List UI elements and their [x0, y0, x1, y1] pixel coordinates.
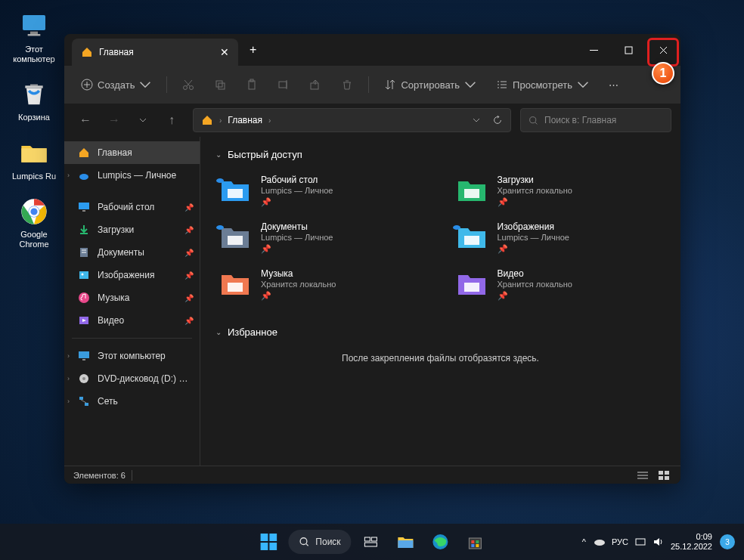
- pin-icon: 📌: [184, 203, 194, 212]
- icons-view-button[interactable]: [656, 469, 671, 481]
- pin-icon: 📌: [184, 317, 194, 325]
- windows-icon: [260, 534, 277, 550]
- svg-rect-69: [665, 471, 669, 475]
- chevron-down-icon: ⌄: [215, 328, 222, 336]
- sort-button[interactable]: Сортировать: [377, 72, 484, 97]
- desktop-icon-chrome[interactable]: GoogleChrome: [11, 196, 57, 249]
- create-button[interactable]: Создать: [73, 72, 159, 97]
- svg-rect-75: [269, 543, 277, 550]
- share-button[interactable]: [302, 72, 329, 97]
- refresh-icon[interactable]: [492, 115, 503, 125]
- quick-access-item[interactable]: Изображения Lumpics — Личное 📌: [452, 218, 666, 257]
- quick-access-item[interactable]: Рабочий стол Lumpics — Личное 📌: [215, 171, 429, 210]
- divider: [368, 76, 369, 93]
- sidebar-item-pictures[interactable]: Изображения 📌: [64, 264, 200, 286]
- chevron-down-icon[interactable]: [473, 118, 480, 122]
- sidebar-item-onedrive[interactable]: › Lumpics — Личное: [64, 164, 200, 187]
- sidebar-item-dvd[interactable]: › DVD-дисковод (D:) ESD-IS: [64, 367, 200, 390]
- cloud-badge-icon: [215, 175, 225, 184]
- new-tab-button[interactable]: +: [250, 43, 256, 57]
- section-header-quick-access[interactable]: ⌄ Быстрый доступ: [215, 149, 665, 160]
- svg-rect-34: [79, 203, 89, 209]
- svg-rect-70: [659, 476, 663, 480]
- notification-badge[interactable]: 3: [720, 534, 735, 549]
- search-icon: [299, 537, 309, 547]
- quick-access-item[interactable]: Видео Хранится локально 📌: [452, 265, 666, 304]
- svg-rect-22: [279, 82, 287, 88]
- forward-button[interactable]: →: [102, 108, 126, 132]
- taskbar-clock[interactable]: 0:09 25.12.2022: [671, 532, 712, 552]
- network-tray-icon[interactable]: [634, 537, 646, 547]
- chevron-right-icon[interactable]: ›: [67, 352, 70, 360]
- sidebar-item-this-pc[interactable]: › Этот компьютер: [64, 345, 200, 367]
- rename-button[interactable]: [270, 72, 297, 97]
- language-indicator[interactable]: РУС: [612, 537, 628, 546]
- cloud-icon: [78, 169, 90, 181]
- recent-button[interactable]: [131, 108, 155, 132]
- sidebar-item-downloads[interactable]: Загрузки 📌: [64, 218, 200, 241]
- desktop-icon-this-pc[interactable]: Этоткомпьютер: [11, 11, 57, 64]
- svg-point-76: [300, 538, 307, 545]
- sidebar-item-videos[interactable]: Видео 📌: [64, 309, 200, 332]
- titlebar[interactable]: Главная ✕ +: [64, 34, 680, 66]
- image-icon: [78, 269, 90, 281]
- svg-point-31: [530, 116, 536, 122]
- chevron-right-icon[interactable]: ›: [67, 172, 70, 179]
- window-body: Главная › Lumpics — Личное Рабочий стол …: [64, 137, 680, 466]
- quick-access-item[interactable]: Документы Lumpics — Личное 📌: [215, 218, 429, 257]
- desktop-icon-recycle-bin[interactable]: Корзина: [11, 79, 57, 122]
- details-view-button[interactable]: [635, 469, 650, 481]
- address-bar[interactable]: › Главная ›: [193, 108, 511, 132]
- quick-access-item[interactable]: Музыка Хранится локально 📌: [215, 265, 429, 304]
- sidebar-item-documents[interactable]: Документы 📌: [64, 241, 200, 264]
- more-button[interactable]: ⋯: [601, 72, 626, 97]
- taskbar-search[interactable]: Поиск: [288, 530, 351, 554]
- window-tab[interactable]: Главная ✕: [72, 39, 238, 66]
- start-button[interactable]: [253, 527, 284, 557]
- tray-chevron[interactable]: ^: [582, 537, 586, 546]
- sidebar-item-desktop[interactable]: Рабочий стол 📌: [64, 196, 200, 218]
- maximize-button[interactable]: [611, 34, 646, 66]
- desktop-icon-folder[interactable]: Lumpics Ru: [11, 138, 57, 181]
- sidebar-label: Главная: [98, 147, 132, 158]
- sidebar-item-music[interactable]: Музыка 📌: [64, 286, 200, 309]
- taskbar-store[interactable]: [460, 527, 491, 557]
- paste-icon: [246, 79, 258, 91]
- quick-access-item[interactable]: Загрузки Хранится локально 📌: [452, 171, 666, 210]
- taskbar-edge[interactable]: [426, 527, 456, 557]
- onedrive-tray-icon[interactable]: [594, 537, 606, 546]
- minimize-button[interactable]: [576, 34, 611, 66]
- delete-button[interactable]: [333, 72, 361, 97]
- paste-button[interactable]: [238, 72, 265, 97]
- section-header-favorites[interactable]: ⌄ Избранное: [215, 326, 665, 338]
- download-icon: [78, 224, 90, 236]
- chevron-down-icon: [464, 79, 476, 91]
- svg-rect-89: [636, 539, 645, 545]
- sidebar-item-home[interactable]: Главная: [64, 141, 200, 164]
- svg-rect-3: [25, 86, 42, 88]
- chevron-right-icon[interactable]: ›: [67, 398, 70, 405]
- chevron-right-icon: ›: [268, 116, 271, 125]
- sidebar-item-network[interactable]: › Сеть: [64, 390, 200, 413]
- copy-button[interactable]: [206, 72, 234, 97]
- sidebar-label: Рабочий стол: [98, 202, 154, 212]
- cut-button[interactable]: [175, 72, 202, 97]
- document-icon: [78, 246, 90, 258]
- breadcrumb-item[interactable]: Главная: [228, 115, 262, 125]
- navbar: ← → ↑ › Главная › Поиск в: Главная: [64, 104, 680, 137]
- task-view-button[interactable]: [356, 527, 386, 557]
- svg-rect-73: [269, 534, 277, 541]
- chevron-right-icon[interactable]: ›: [67, 375, 70, 382]
- volume-tray-icon[interactable]: [653, 537, 663, 547]
- view-button[interactable]: Просмотреть: [488, 72, 597, 97]
- up-button[interactable]: ↑: [160, 108, 184, 132]
- back-button[interactable]: ←: [73, 108, 98, 132]
- tab-close-icon[interactable]: ✕: [220, 46, 229, 58]
- taskbar-explorer[interactable]: [391, 527, 421, 557]
- close-button[interactable]: [646, 34, 680, 66]
- toolbar: Создать Сортировать Просмотреть ⋯: [64, 66, 680, 104]
- svg-point-55: [216, 225, 224, 230]
- share-icon: [309, 79, 321, 91]
- window-controls: [576, 34, 680, 66]
- search-input[interactable]: Поиск в: Главная: [520, 108, 671, 132]
